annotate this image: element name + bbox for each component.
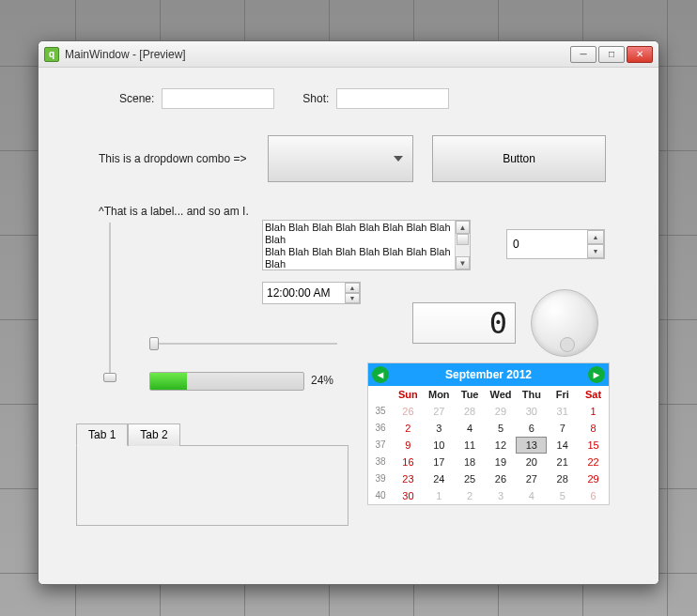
- scroll-down-icon[interactable]: ▼: [456, 256, 470, 270]
- list-item[interactable]: Blah Blah Blah Blah Blah Blah Blah Blah …: [265, 222, 468, 246]
- titlebar[interactable]: q MainWindow - [Preview] ─ □ ✕: [39, 41, 658, 68]
- calendar-day[interactable]: 6: [516, 420, 547, 437]
- tab-1[interactable]: Tab 1: [76, 424, 128, 446]
- list-scrollbar[interactable]: ▲ ▼: [455, 221, 470, 270]
- calendar-day[interactable]: 23: [393, 470, 424, 487]
- vertical-slider[interactable]: [102, 223, 117, 382]
- calendar-day[interactable]: 26: [393, 403, 424, 420]
- list-box[interactable]: Blah Blah Blah Blah Blah Blah Blah Blah …: [262, 220, 471, 270]
- progress-fill: [150, 373, 187, 390]
- calendar-day[interactable]: 1: [424, 487, 455, 504]
- time-value: 12:00:00 AM: [267, 286, 330, 300]
- close-button[interactable]: ✕: [627, 46, 653, 63]
- vslider-handle[interactable]: [103, 373, 116, 382]
- progress-bar: [149, 372, 304, 391]
- week-num: 40: [368, 487, 393, 504]
- calendar-day[interactable]: 2: [455, 487, 486, 504]
- time-down-icon[interactable]: ▼: [345, 293, 360, 303]
- calendar[interactable]: ◄ September 2012 ► Sun Mon Tue Wed Thu F…: [367, 362, 610, 505]
- vslider-track: [109, 223, 111, 382]
- time-up-icon[interactable]: ▲: [345, 283, 360, 293]
- dow-fri: Fri: [547, 386, 578, 403]
- calendar-day[interactable]: 19: [486, 454, 517, 470]
- calendar-day[interactable]: 17: [424, 454, 455, 470]
- calendar-day[interactable]: 4: [516, 487, 547, 504]
- calendar-day[interactable]: 21: [547, 454, 578, 470]
- dial-handle[interactable]: [560, 337, 575, 352]
- calendar-day[interactable]: 11: [455, 437, 486, 454]
- spin-up-icon[interactable]: ▲: [587, 230, 604, 244]
- calendar-day[interactable]: 24: [424, 470, 455, 487]
- minimize-button[interactable]: ─: [570, 46, 596, 63]
- calendar-day[interactable]: 18: [455, 454, 486, 470]
- calendar-day[interactable]: 30: [516, 403, 547, 420]
- calendar-day[interactable]: 9: [393, 437, 424, 454]
- dow-thu: Thu: [516, 386, 547, 403]
- dow-mon: Mon: [424, 386, 455, 403]
- shot-input[interactable]: [336, 88, 449, 109]
- calendar-day[interactable]: 8: [578, 420, 609, 437]
- calendar-day[interactable]: 27: [516, 470, 547, 487]
- week-num: 35: [368, 403, 393, 420]
- calendar-grid: Sun Mon Tue Wed Thu Fri Sat 35 26 27 28 …: [368, 386, 609, 504]
- week-num: 39: [368, 470, 393, 487]
- spin-value: 0: [513, 238, 519, 251]
- dow-wed: Wed: [486, 386, 517, 403]
- tab-2[interactable]: Tab 2: [128, 424, 179, 446]
- calendar-day[interactable]: 2: [393, 420, 424, 437]
- calendar-day[interactable]: 20: [516, 454, 547, 470]
- maximize-button[interactable]: □: [598, 46, 625, 63]
- calendar-day[interactable]: 29: [578, 470, 609, 487]
- calendar-next-icon[interactable]: ►: [588, 366, 605, 383]
- calendar-day[interactable]: 3: [486, 487, 517, 504]
- list-item[interactable]: Blah Blah Blah Blah Blah Blah Blah Blah …: [265, 246, 468, 270]
- calendar-day[interactable]: 4: [455, 420, 486, 437]
- week-num: 37: [368, 437, 393, 454]
- app-icon: q: [44, 47, 59, 62]
- scroll-up-icon[interactable]: ▲: [456, 221, 470, 234]
- calendar-day[interactable]: 29: [486, 403, 517, 420]
- dow-tue: Tue: [455, 386, 486, 403]
- scene-input[interactable]: [162, 88, 274, 109]
- calendar-day[interactable]: 28: [547, 470, 578, 487]
- calendar-prev-icon[interactable]: ◄: [372, 366, 389, 383]
- shot-label: Shot:: [302, 92, 329, 105]
- calendar-day[interactable]: 28: [455, 403, 486, 420]
- calendar-day[interactable]: 5: [547, 487, 578, 504]
- number-spinbox[interactable]: 0 ▲ ▼: [506, 229, 605, 259]
- dow-sun: Sun: [393, 386, 424, 403]
- calendar-day[interactable]: 5: [486, 420, 517, 437]
- week-num: 38: [368, 454, 393, 470]
- calendar-day[interactable]: 31: [547, 403, 578, 420]
- calendar-day[interactable]: 30: [393, 487, 424, 504]
- tab-content: [76, 445, 348, 526]
- spin-down-icon[interactable]: ▼: [587, 244, 604, 258]
- dropdown-combo[interactable]: [268, 135, 413, 182]
- progress-label: 24%: [311, 374, 333, 387]
- calendar-day[interactable]: 26: [486, 470, 517, 487]
- hslider-handle[interactable]: [149, 337, 159, 350]
- calendar-day[interactable]: 25: [455, 470, 486, 487]
- calendar-day[interactable]: 14: [547, 437, 578, 454]
- scroll-thumb[interactable]: [457, 234, 469, 245]
- dropdown-label: This is a dropdown combo =>: [99, 152, 249, 165]
- calendar-day[interactable]: 7: [547, 420, 578, 437]
- lcd-value: 0: [489, 305, 507, 341]
- calendar-day[interactable]: 12: [486, 437, 517, 454]
- time-edit[interactable]: 12:00:00 AM ▲ ▼: [262, 282, 361, 304]
- calendar-day[interactable]: 15: [578, 437, 609, 454]
- info-label: ^That is a label... and so am I.: [99, 205, 249, 218]
- calendar-day[interactable]: 10: [424, 437, 455, 454]
- big-button-label: Button: [503, 152, 535, 165]
- calendar-day[interactable]: 6: [578, 487, 609, 504]
- window-title: MainWindow - [Preview]: [65, 48, 570, 61]
- calendar-day-today[interactable]: 13: [516, 437, 547, 454]
- big-button[interactable]: Button: [432, 135, 606, 182]
- dial[interactable]: [531, 289, 598, 357]
- calendar-day[interactable]: 27: [424, 403, 455, 420]
- calendar-day[interactable]: 1: [578, 403, 609, 420]
- horizontal-slider[interactable]: [149, 334, 337, 353]
- calendar-day[interactable]: 22: [578, 454, 609, 470]
- calendar-day[interactable]: 16: [393, 454, 424, 470]
- calendar-day[interactable]: 3: [424, 420, 455, 437]
